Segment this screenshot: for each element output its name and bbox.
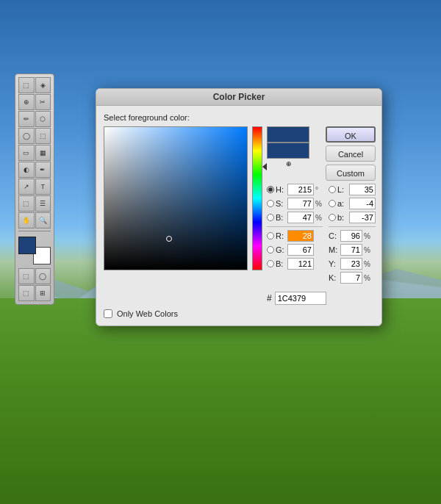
field-row-b: B: % bbox=[267, 212, 323, 223]
unit-m: % bbox=[364, 246, 371, 254]
tool-pen[interactable]: ✒ bbox=[35, 162, 51, 178]
cmyk-row-m: M: % bbox=[329, 244, 376, 256]
field-row-blue: B: bbox=[267, 258, 323, 270]
color-field-wrap[interactable] bbox=[104, 126, 248, 270]
unit-k: % bbox=[364, 274, 371, 282]
toolbar-row-bottom: ⬚ ⊞ bbox=[18, 285, 51, 301]
field-divider-2 bbox=[329, 226, 376, 227]
ok-button[interactable]: OK bbox=[326, 126, 376, 143]
tool-eyedropper[interactable]: ✂ bbox=[35, 94, 51, 110]
preview-new-color bbox=[267, 126, 309, 143]
field-row-l: L: bbox=[329, 184, 376, 195]
radio-b[interactable] bbox=[267, 214, 274, 221]
label-a: a: bbox=[337, 199, 348, 208]
color-boxes bbox=[18, 237, 51, 264]
input-a[interactable] bbox=[349, 198, 376, 209]
radio-a[interactable] bbox=[329, 200, 336, 207]
toolbar-divider bbox=[18, 231, 51, 231]
tool-notes[interactable]: ☰ bbox=[35, 195, 51, 212]
cmyk-row-k: K: % bbox=[329, 272, 376, 284]
tool-history[interactable]: ⬚ bbox=[35, 128, 51, 144]
label-s: S: bbox=[276, 199, 286, 208]
color-saturation-field[interactable] bbox=[104, 126, 248, 270]
toolbar-row-4: ◯ ⬚ bbox=[18, 128, 51, 144]
dialog-body: Select foreground color: bbox=[96, 106, 381, 325]
tool-brush[interactable]: ⬡ bbox=[35, 111, 51, 127]
web-colors-checkbox[interactable] bbox=[104, 309, 112, 318]
toolbar-row-modes: ⬚ ◯ bbox=[18, 268, 51, 284]
cancel-button[interactable]: Cancel bbox=[326, 145, 376, 162]
hue-slider-arrow bbox=[262, 163, 267, 170]
input-b[interactable] bbox=[287, 212, 314, 223]
unit-s: % bbox=[315, 200, 323, 208]
toolbar-row-1: ⬚ ◈ bbox=[18, 77, 51, 93]
tool-stamp[interactable]: ◯ bbox=[18, 128, 35, 144]
tool-dodge[interactable]: ◐ bbox=[18, 162, 35, 178]
radio-s[interactable] bbox=[267, 200, 274, 207]
tool-gradient[interactable]: ▦ bbox=[35, 145, 51, 161]
hex-input[interactable] bbox=[275, 292, 326, 305]
custom-button[interactable]: Custom bbox=[326, 165, 376, 181]
input-l[interactable] bbox=[349, 184, 376, 195]
tool-hand[interactable]: ✋ bbox=[18, 212, 35, 228]
lab-cmyk-fields: L: a: b: bbox=[329, 184, 376, 286]
input-blab[interactable] bbox=[349, 212, 376, 223]
eyedropper-btn[interactable]: ⊕ bbox=[267, 160, 311, 168]
hills bbox=[0, 298, 441, 504]
label-blue: B: bbox=[276, 259, 286, 268]
toolbar-row-3: ✏ ⬡ bbox=[18, 111, 51, 127]
toolbar-row-6: ◐ ✒ bbox=[18, 162, 51, 178]
input-g[interactable] bbox=[287, 244, 314, 256]
hex-section: # bbox=[267, 292, 376, 305]
tool-text[interactable]: ↗ bbox=[18, 179, 35, 195]
tool-shape[interactable]: ⬚ bbox=[18, 195, 35, 212]
radio-g[interactable] bbox=[267, 246, 274, 253]
tool-mode2[interactable]: ◯ bbox=[35, 268, 51, 284]
label-g: G: bbox=[276, 245, 286, 254]
dialog-subtitle: Select foreground color: bbox=[104, 113, 374, 122]
radio-r[interactable] bbox=[267, 232, 274, 240]
tool-heal[interactable]: ✏ bbox=[18, 111, 35, 127]
color-field-dark bbox=[104, 127, 247, 270]
web-colors-label: Only Web Colors bbox=[117, 309, 178, 318]
radio-blab[interactable] bbox=[329, 214, 336, 221]
input-k[interactable] bbox=[340, 272, 362, 284]
input-h[interactable] bbox=[287, 184, 314, 195]
input-c[interactable] bbox=[340, 230, 362, 242]
label-y: Y: bbox=[329, 259, 339, 268]
hue-slider-wrap[interactable] bbox=[252, 126, 262, 270]
input-blue[interactable] bbox=[287, 258, 314, 270]
right-top: ⊕ OK Cancel Custom bbox=[267, 126, 376, 181]
cmyk-row-c: C: % bbox=[329, 230, 376, 242]
label-k: K: bbox=[329, 273, 339, 282]
tool-eraser[interactable]: ▭ bbox=[18, 145, 35, 161]
color-preview-boxes bbox=[267, 126, 311, 159]
btn-group: OK Cancel Custom bbox=[326, 126, 376, 181]
tool-mode1[interactable]: ⬚ bbox=[18, 268, 35, 284]
tool-marquee[interactable]: ⬚ bbox=[18, 77, 35, 93]
cmyk-row-y: Y: % bbox=[329, 258, 376, 270]
tool-zoom2[interactable]: ⊞ bbox=[35, 285, 51, 301]
hue-slider[interactable] bbox=[252, 126, 262, 270]
input-r[interactable] bbox=[287, 230, 314, 242]
tool-lasso[interactable]: ◈ bbox=[35, 77, 51, 93]
radio-h[interactable] bbox=[267, 186, 274, 193]
input-y[interactable] bbox=[340, 258, 362, 270]
hsb-fields: H: ° S: % bbox=[267, 184, 323, 286]
label-c: C: bbox=[329, 231, 339, 240]
toolbar-row-8: ⬚ ☰ bbox=[18, 195, 51, 212]
unit-c: % bbox=[364, 232, 371, 240]
tool-crop[interactable]: ⊕ bbox=[18, 94, 35, 110]
tool-type[interactable]: T bbox=[35, 179, 51, 195]
input-s[interactable] bbox=[287, 198, 314, 209]
input-m[interactable] bbox=[340, 244, 362, 256]
tool-screen[interactable]: ⬚ bbox=[18, 285, 35, 301]
radio-l[interactable] bbox=[329, 186, 336, 193]
toolbar-row-9: ✋ 🔍 bbox=[18, 212, 51, 228]
field-divider-1 bbox=[267, 226, 323, 227]
unit-h: ° bbox=[315, 186, 323, 194]
toolbar-row-2: ⊕ ✂ bbox=[18, 94, 51, 110]
radio-blue[interactable] bbox=[267, 260, 274, 267]
foreground-color-box[interactable] bbox=[18, 237, 36, 254]
tool-zoom[interactable]: 🔍 bbox=[35, 212, 51, 228]
